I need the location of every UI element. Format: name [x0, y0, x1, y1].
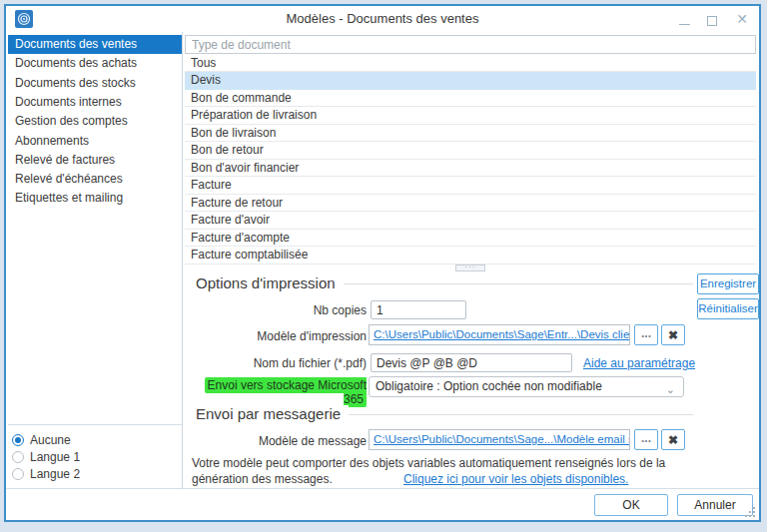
ok-button[interactable]: OK [594, 494, 668, 516]
doc-row-preparation-de-livraison[interactable]: Préparation de livraison [185, 107, 756, 125]
storage-365-value: Obligatoire : Option cochée non modifiab… [376, 379, 602, 393]
print-model-path-link[interactable]: C:\Users\Public\Documents\Sage\Entr...\D… [374, 328, 630, 340]
radio-icon [12, 468, 24, 480]
nb-copies-label: Nb copies [190, 303, 367, 317]
doc-row-tous[interactable]: Tous [185, 55, 756, 73]
radio-aucune[interactable]: Aucune [12, 431, 180, 448]
save-button[interactable]: Enregistrer [697, 273, 759, 294]
print-model-path-field[interactable]: C:\Users\Public\Documents\Sage\Entr...\D… [369, 324, 630, 345]
radio-langue-1[interactable]: Langue 1 [12, 448, 180, 465]
print-model-browse-button[interactable]: ... [634, 324, 658, 345]
doc-row-facture-de-retour[interactable]: Facture de retour [185, 195, 756, 213]
reset-button[interactable]: Réinitialiser [697, 298, 759, 319]
help-parametrage-link[interactable]: Aide au paramétrage [583, 356, 695, 370]
window-title: Modèles - Documents des ventes [6, 11, 759, 26]
splitter-grip-icon[interactable]: ··· [455, 265, 485, 271]
document-type-filter-input[interactable] [185, 35, 756, 54]
sidebar-item-documents-des-ventes[interactable]: Documents des ventes [8, 35, 182, 54]
doc-row-bon-d-avoir-financier[interactable]: Bon d'avoir financier [185, 160, 756, 178]
horizontal-splitter[interactable]: ··· [185, 265, 756, 272]
radio-selected-icon [12, 434, 24, 446]
radio-label: Langue 2 [30, 467, 80, 481]
print-model-clear-button[interactable]: ✖ [661, 324, 685, 345]
doc-row-bon-de-commande[interactable]: Bon de commande [185, 90, 756, 108]
message-model-clear-button[interactable]: ✖ [661, 429, 685, 450]
radio-langue-2[interactable]: Langue 2 [12, 465, 180, 482]
doc-row-facture[interactable]: Facture [185, 177, 756, 195]
sidebar-item-documents-des-stocks[interactable]: Documents des stocks [8, 74, 182, 93]
maximize-icon[interactable] [707, 13, 721, 26]
available-objects-link[interactable]: Cliquez ici pour voir les objets disponi… [403, 472, 628, 486]
message-model-path-link[interactable]: C:\Users\Public\Documents\Sage...\Modèle… [374, 433, 630, 445]
doc-row-facture-d-acompte[interactable]: Facture d'acompte [185, 230, 756, 248]
sidebar-item-documents-des-achats[interactable]: Documents des achats [8, 54, 182, 73]
footer-separator [6, 488, 759, 489]
storage-365-highlight: Envoi vers stockage Microsoft 365 [205, 377, 367, 407]
message-model-label: Modèle de message [190, 434, 367, 448]
print-options-title: Options d'impression [196, 274, 344, 291]
print-model-label: Modèle d'impression [190, 329, 367, 343]
sidebar-item-releve-d-echeances[interactable]: Relevé d'échéances [8, 170, 182, 189]
section-rule [324, 283, 693, 284]
resize-grip-icon[interactable] [745, 507, 755, 517]
doc-row-bon-de-livraison[interactable]: Bon de livraison [185, 125, 756, 143]
radio-icon [12, 451, 24, 463]
storage-365-label: Envoi vers stockage Microsoft 365 [190, 378, 367, 406]
sidebar-item-gestion-des-comptes[interactable]: Gestion des comptes [8, 112, 182, 131]
nb-copies-input[interactable] [371, 300, 466, 319]
sidebar-item-abonnements[interactable]: Abonnements [8, 132, 182, 151]
chevron-down-icon: ⌄ [666, 380, 675, 399]
message-model-path-field[interactable]: C:\Users\Public\Documents\Sage...\Modèle… [369, 429, 630, 450]
doc-row-facture-d-avoir[interactable]: Facture d'avoir [185, 212, 756, 230]
variables-note-line2: génération des messages. [192, 472, 333, 486]
storage-365-dropdown[interactable]: Obligatoire : Option cochée non modifiab… [369, 376, 684, 397]
pane-divider [182, 32, 183, 488]
language-separator [8, 424, 182, 425]
messaging-title: Envoi par messagerie [196, 405, 349, 422]
window-controls: ✕ [679, 10, 749, 28]
radio-label: Langue 1 [30, 450, 80, 464]
cancel-button[interactable]: Annuler [677, 494, 753, 516]
title-bar: Modèles - Documents des ventes ✕ [6, 6, 759, 32]
file-name-label: Nom du fichier (*.pdf) [190, 356, 367, 370]
variables-note-line1: Votre modèle peut comporter des objets v… [192, 456, 665, 470]
sidebar-item-releve-de-factures[interactable]: Relevé de factures [8, 151, 182, 170]
close-icon[interactable]: ✕ [735, 10, 749, 28]
sidebar-item-documents-internes[interactable]: Documents internes [8, 93, 182, 112]
file-name-input[interactable] [371, 353, 572, 372]
radio-label: Aucune [30, 433, 71, 447]
section-rule [328, 414, 693, 415]
minimize-icon[interactable] [679, 13, 693, 26]
message-model-browse-button[interactable]: ... [634, 429, 658, 450]
doc-row-bon-de-retour[interactable]: Bon de retour [185, 142, 756, 160]
modeles-dialog-window: Modèles - Documents des ventes ✕ Documen… [4, 4, 761, 522]
doc-row-devis[interactable]: Devis [185, 72, 756, 90]
sidebar-item-etiquettes-et-mailing[interactable]: Etiquettes et mailing [8, 189, 182, 208]
doc-row-facture-comptabilisee[interactable]: Facture comptabilisée [185, 247, 756, 265]
